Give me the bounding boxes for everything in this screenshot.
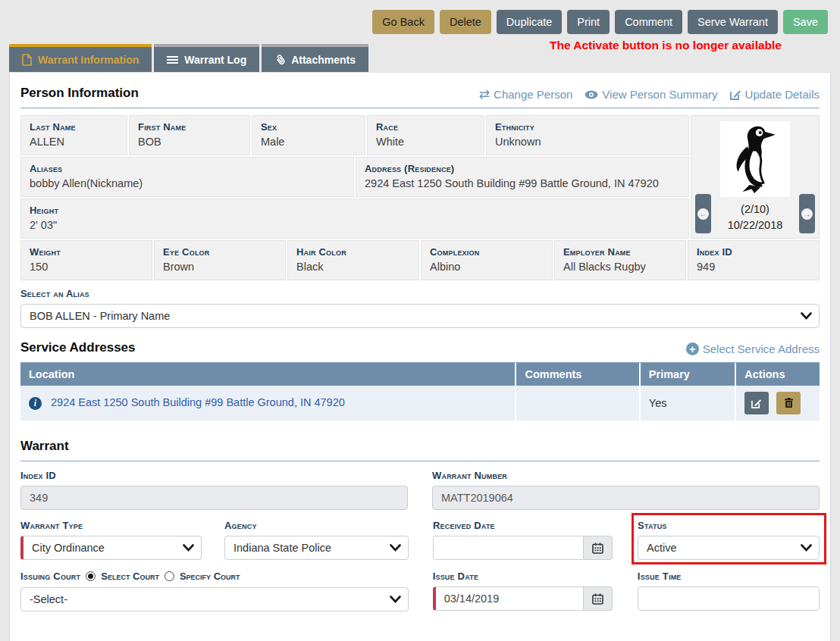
eye-icon <box>585 90 598 99</box>
info-icon[interactable]: i <box>29 397 42 410</box>
edit-address-button[interactable] <box>744 392 769 414</box>
issue-date-calendar-button[interactable] <box>584 586 613 611</box>
warrant-row-court: Issuing Court Select Court Specify Court… <box>20 571 820 611</box>
issue-time-input[interactable] <box>638 586 820 611</box>
issue-date-field-group: Issue Date 03/14/2019 <box>433 571 613 611</box>
warrant-header: Warrant <box>20 439 820 461</box>
field-race: Race White <box>367 115 484 155</box>
tab-label: Warrant Log <box>184 54 246 66</box>
print-button[interactable]: Print <box>567 10 610 34</box>
exchange-icon: ⇄ <box>479 88 490 101</box>
field-value: Albino <box>430 261 544 273</box>
received-date-field-group: Received Date <box>433 520 613 560</box>
warrant-number-field-group: Warrant Number MATT2019064 <box>432 470 820 510</box>
person-row-2: Aliases bobby Allen(Nickname) Address (R… <box>20 157 689 197</box>
warrant-type-value: City Ordinance <box>32 542 105 554</box>
field-value: Unknown <box>495 136 680 148</box>
index-id-input[interactable]: 349 <box>20 486 408 510</box>
received-date-calendar-button[interactable] <box>584 536 613 560</box>
field-value: 2' 03" <box>30 219 680 231</box>
index-id-label: Index ID <box>20 470 408 481</box>
status-label: Status <box>638 520 820 531</box>
warrant-type-select[interactable]: City Ordinance <box>20 536 202 560</box>
field-label: Weight <box>30 246 143 258</box>
field-label: Ethnicity <box>495 121 680 133</box>
warrant-type-field-group: Warrant Type City Ordinance <box>20 520 202 560</box>
issue-time-label: Issue Time <box>638 571 820 582</box>
warrant-number-label: Warrant Number <box>432 470 820 481</box>
specify-court-radio[interactable] <box>165 571 174 581</box>
update-details-link[interactable]: Update Details <box>730 88 820 101</box>
service-addresses-header: Service Addresses + Select Service Addre… <box>20 340 820 363</box>
calendar-icon <box>592 593 603 605</box>
tab-warrant-log[interactable]: Warrant Log <box>154 44 259 72</box>
table-row: i 2924 East 1250 South Building #99 Batt… <box>20 386 820 421</box>
field-employer-name: Employer Name All Blacks Rugby <box>554 240 686 280</box>
field-last-name: Last Name ALLEN <box>20 115 127 155</box>
photo-prev-button[interactable]: ← <box>695 194 711 233</box>
service-address-link[interactable]: 2924 East 1250 South Building #99 Battle… <box>51 396 345 408</box>
delete-address-button[interactable] <box>776 392 801 414</box>
alias-select-label: Select an Alias <box>20 288 820 299</box>
field-value: Male <box>261 136 356 148</box>
field-complexion: Complexion Albino <box>421 240 553 280</box>
column-header-location: Location <box>20 363 516 386</box>
serve-warrant-button[interactable]: Serve Warrant <box>688 10 778 34</box>
warrant-type-label: Warrant Type <box>20 520 202 531</box>
agency-select[interactable]: Indiana State Police <box>224 536 409 560</box>
field-eye-color: Eye Color Brown <box>154 240 286 280</box>
issue-time-field-group: Issue Time <box>638 571 820 611</box>
chevron-down-icon <box>390 544 401 552</box>
change-person-link[interactable]: ⇄ Change Person <box>479 88 573 101</box>
field-label: Race <box>376 121 475 133</box>
tab-label: Attachments <box>291 54 356 66</box>
field-index-id: Index ID 949 <box>688 240 820 280</box>
field-label: Sex <box>261 121 356 133</box>
delete-button[interactable]: Delete <box>440 10 491 34</box>
field-value: All Blacks Rugby <box>563 261 677 273</box>
tab-warrant-information[interactable]: Warrant Information <box>9 44 152 72</box>
select-service-address-label: Select Service Address <box>703 342 820 355</box>
issuing-court-select[interactable]: -Select- <box>20 587 409 611</box>
field-label: Eye Color <box>163 246 277 258</box>
field-label: Aliases <box>30 163 345 174</box>
tab-attachments[interactable]: Attachments <box>262 44 368 72</box>
chevron-down-icon <box>801 312 812 320</box>
field-weight: Weight 150 <box>20 240 152 280</box>
warrant-row-type: Warrant Type City Ordinance Agency India… <box>20 520 820 560</box>
issuing-court-field-group: Issuing Court Select Court Specify Court… <box>20 571 409 611</box>
person-row-1: Last Name ALLEN First Name BOB Sex Male … <box>20 115 689 155</box>
field-ethnicity: Ethnicity Unknown <box>486 115 689 155</box>
issuing-court-value: -Select- <box>30 593 67 605</box>
status-select[interactable]: Active <box>638 536 820 560</box>
duplicate-button[interactable]: Duplicate <box>497 10 562 34</box>
edit-icon <box>751 398 762 408</box>
field-value: Black <box>296 261 410 273</box>
field-label: Hair Color <box>296 246 410 258</box>
comment-button[interactable]: Comment <box>615 10 682 34</box>
select-court-radio[interactable] <box>86 571 96 581</box>
issue-date-label: Issue Date <box>433 571 613 582</box>
specify-court-radio-label[interactable]: Specify Court <box>180 571 240 582</box>
field-sex: Sex Male <box>252 115 365 155</box>
issuing-court-label: Issuing Court <box>20 571 80 582</box>
view-person-summary-link[interactable]: View Person Summary <box>585 88 717 101</box>
field-value: Brown <box>163 261 277 273</box>
select-court-radio-label[interactable]: Select Court <box>101 571 159 582</box>
received-date-input[interactable] <box>433 536 584 560</box>
field-first-name: First Name BOB <box>129 115 250 155</box>
save-button[interactable]: Save <box>783 10 828 34</box>
column-header-primary: Primary <box>640 363 735 386</box>
tab-bar: Warrant Information Warrant Log Attachme… <box>9 44 368 72</box>
warrant-information-panel: Person Information ⇄ Change Person View … <box>9 72 831 641</box>
select-service-address-link[interactable]: + Select Service Address <box>686 342 820 355</box>
field-label: Last Name <box>30 121 118 133</box>
edit-icon <box>730 89 741 100</box>
issue-date-input[interactable]: 03/14/2019 <box>433 586 584 611</box>
alias-select[interactable]: BOB ALLEN - Primary Name <box>20 304 820 328</box>
warrant-number-input[interactable]: MATT2019064 <box>432 486 820 510</box>
person-information-title: Person Information <box>20 86 139 101</box>
person-photo-panel: (2/10) 10/22/2018 ← → <box>691 115 820 239</box>
photo-next-button[interactable]: → <box>799 194 815 233</box>
go-back-button[interactable]: Go Back <box>372 10 434 34</box>
